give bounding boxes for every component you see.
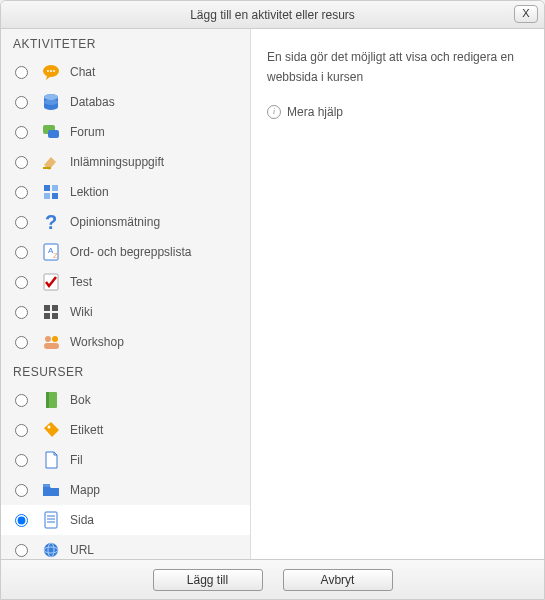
module-radio[interactable] — [15, 156, 28, 169]
module-radio[interactable] — [15, 186, 28, 199]
description-panel: En sida gör det möjligt att visa och red… — [251, 29, 544, 559]
page-icon — [40, 509, 62, 531]
module-radio[interactable] — [15, 454, 28, 467]
module-list[interactable]: AKTIVITETER ChatDatabasForumInlämningsup… — [1, 29, 251, 559]
list-item[interactable]: Bok — [1, 385, 250, 415]
list-item[interactable]: Chat — [1, 57, 250, 87]
module-radio[interactable] — [15, 96, 28, 109]
module-radio[interactable] — [15, 514, 28, 527]
module-radio[interactable] — [15, 126, 28, 139]
list-item-label: Ord- och begreppslista — [70, 245, 191, 259]
svg-point-26 — [52, 336, 58, 342]
list-item[interactable]: Workshop — [1, 327, 250, 357]
svg-rect-24 — [52, 313, 58, 319]
list-item[interactable]: Fil — [1, 445, 250, 475]
activity-chooser-dialog: Lägg till en aktivitet eller resurs X AK… — [0, 0, 545, 600]
more-help-label: Mera hjälp — [287, 102, 343, 122]
svg-point-2 — [50, 70, 52, 72]
module-description: En sida gör det möjligt att visa och red… — [267, 47, 528, 88]
svg-rect-13 — [52, 185, 58, 191]
list-item-label: Wiki — [70, 305, 93, 319]
svg-point-1 — [47, 70, 49, 72]
module-radio[interactable] — [15, 336, 28, 349]
svg-rect-23 — [44, 313, 50, 319]
dialog-title: Lägg till en aktivitet eller resurs — [190, 8, 355, 22]
list-item-label: Opinionsmätning — [70, 215, 160, 229]
svg-rect-14 — [44, 193, 50, 199]
list-item[interactable]: URL — [1, 535, 250, 559]
svg-point-36 — [44, 543, 58, 557]
module-radio[interactable] — [15, 66, 28, 79]
svg-point-30 — [48, 426, 51, 429]
module-radio[interactable] — [15, 544, 28, 557]
svg-text:?: ? — [45, 211, 57, 233]
close-button[interactable]: X — [514, 5, 538, 23]
lesson-icon — [40, 181, 62, 203]
list-item[interactable]: Lektion — [1, 177, 250, 207]
list-item-label: Workshop — [70, 335, 124, 349]
assignment-icon — [40, 151, 62, 173]
svg-rect-10 — [48, 130, 59, 138]
list-item[interactable]: Databas — [1, 87, 250, 117]
list-item-label: Databas — [70, 95, 115, 109]
module-radio[interactable] — [15, 306, 28, 319]
dialog-titlebar: Lägg till en aktivitet eller resurs X — [1, 1, 544, 29]
list-item-label: Fil — [70, 453, 83, 467]
list-item-label: Inlämningsuppgift — [70, 155, 164, 169]
question-icon: ? — [40, 211, 62, 233]
module-radio[interactable] — [15, 276, 28, 289]
list-item-label: URL — [70, 543, 94, 557]
module-radio[interactable] — [15, 424, 28, 437]
svg-point-3 — [53, 70, 55, 72]
wiki-icon — [40, 301, 62, 323]
module-radio[interactable] — [15, 246, 28, 259]
list-item[interactable]: ?Opinionsmätning — [1, 207, 250, 237]
list-item-label: Mapp — [70, 483, 100, 497]
list-item-label: Sida — [70, 513, 94, 527]
list-item-label: Forum — [70, 125, 105, 139]
list-item-label: Test — [70, 275, 92, 289]
forum-icon — [40, 121, 62, 143]
list-item[interactable]: Wiki — [1, 297, 250, 327]
module-radio[interactable] — [15, 216, 28, 229]
resources-header: RESURSER — [1, 357, 250, 385]
list-item[interactable]: Test — [1, 267, 250, 297]
list-item-label: Chat — [70, 65, 95, 79]
module-radio[interactable] — [15, 484, 28, 497]
svg-rect-31 — [43, 484, 50, 487]
activities-header: AKTIVITETER — [1, 29, 250, 57]
workshop-icon — [40, 331, 62, 353]
svg-rect-15 — [52, 193, 58, 199]
add-button[interactable]: Lägg till — [153, 569, 263, 591]
chat-icon — [40, 61, 62, 83]
cancel-button[interactable]: Avbryt — [283, 569, 393, 591]
quiz-icon — [40, 271, 62, 293]
list-item[interactable]: Forum — [1, 117, 250, 147]
list-item[interactable]: AZOrd- och begreppslista — [1, 237, 250, 267]
module-radio[interactable] — [15, 394, 28, 407]
svg-rect-12 — [44, 185, 50, 191]
dialog-body: AKTIVITETER ChatDatabasForumInlämningsup… — [1, 29, 544, 559]
svg-point-25 — [45, 336, 51, 342]
list-item[interactable]: Mapp — [1, 475, 250, 505]
list-item-label: Etikett — [70, 423, 103, 437]
svg-rect-27 — [44, 343, 59, 349]
svg-rect-21 — [44, 305, 50, 311]
list-item[interactable]: Sida — [1, 505, 250, 535]
folder-icon — [40, 479, 62, 501]
svg-rect-11 — [43, 167, 51, 169]
svg-rect-29 — [46, 392, 49, 408]
info-icon: i — [267, 105, 281, 119]
glossary-icon: AZ — [40, 241, 62, 263]
svg-point-8 — [44, 94, 58, 100]
svg-rect-32 — [45, 512, 57, 528]
book-icon — [40, 389, 62, 411]
svg-rect-22 — [52, 305, 58, 311]
list-item[interactable]: Etikett — [1, 415, 250, 445]
dialog-footer: Lägg till Avbryt — [1, 559, 544, 599]
database-icon — [40, 91, 62, 113]
list-item[interactable]: Inlämningsuppgift — [1, 147, 250, 177]
more-help-link[interactable]: i Mera hjälp — [267, 102, 528, 122]
list-item-label: Bok — [70, 393, 91, 407]
list-item-label: Lektion — [70, 185, 109, 199]
